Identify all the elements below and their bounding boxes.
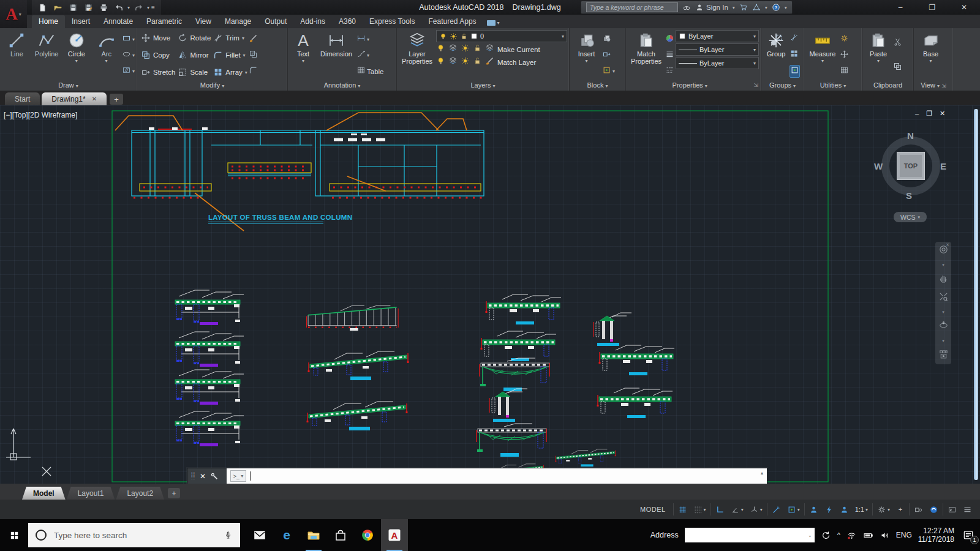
open-icon[interactable] (51, 1, 64, 13)
battery-icon[interactable] (863, 530, 873, 541)
make-current-button[interactable]: Make Current (497, 46, 540, 53)
text-button[interactable]: AText▾ (290, 30, 316, 81)
copy-clip-icon[interactable] (893, 62, 902, 73)
command-line-handle[interactable]: ⁞⁞⁞⁞ ✕ (187, 468, 227, 484)
rotate-button[interactable]: Rotate (176, 30, 212, 46)
match-layer-button[interactable]: Match Layer (497, 59, 536, 66)
undo-icon[interactable] (112, 1, 126, 13)
tab-featured-apps[interactable]: Featured Apps (422, 15, 483, 28)
block-attributes-icon[interactable] (602, 66, 611, 77)
tab-insert[interactable]: Insert (65, 15, 97, 28)
paste-button[interactable]: Paste▾ (865, 30, 892, 81)
mirror-button[interactable]: Mirror (176, 47, 212, 63)
search-icon[interactable] (682, 3, 691, 12)
tab-close-icon[interactable]: ✕ (92, 96, 97, 102)
object-snap-icon[interactable]: ▾ (784, 501, 803, 517)
workspace-switching-icon[interactable]: ▾ (874, 501, 893, 517)
grid-display-icon[interactable] (675, 501, 690, 517)
autocad-app-icon[interactable] (381, 519, 408, 551)
tab-output[interactable]: Output (258, 15, 293, 28)
new-drawing-icon[interactable] (36, 1, 49, 13)
drag-grip-icon[interactable]: ⁞⁞⁞⁞ (191, 473, 195, 479)
navigation-bar[interactable]: ✕ ▾ ▾ ▾ (935, 242, 951, 364)
polyline-button[interactable]: Polyline (32, 30, 61, 81)
microphone-icon[interactable] (224, 529, 233, 541)
annotation-scale-value[interactable]: 1:1▾ (852, 501, 871, 517)
orbit-dropdown-icon[interactable]: ▾ (942, 339, 944, 343)
set-bylayer-icon[interactable] (249, 34, 258, 45)
panel-title-modify[interactable]: Modify ▾ (137, 81, 287, 91)
layer-properties-button[interactable]: Layer Properties (399, 30, 435, 81)
sign-in-button[interactable]: Sign In (695, 3, 728, 12)
viewport-restore-icon[interactable]: ❐ (926, 110, 932, 118)
quick-calc-icon[interactable] (840, 66, 849, 77)
command-line[interactable]: ⁞⁞⁞⁞ ✕ >_▾ ▴ (187, 468, 767, 484)
redo-dropdown-icon[interactable]: ▾ (147, 5, 149, 10)
store-app-icon[interactable] (327, 519, 354, 551)
rectangle-tool-icon[interactable] (122, 34, 131, 45)
scale-button[interactable]: Scale (176, 64, 212, 80)
viewport-close-icon[interactable]: ✕ (940, 110, 945, 118)
ortho-mode-icon[interactable] (712, 501, 728, 517)
ellipse-tool-icon[interactable] (122, 50, 131, 61)
group-button[interactable]: Group (764, 30, 788, 81)
dimension-button[interactable]: Dimension (317, 30, 355, 81)
annotation-visibility-icon[interactable] (806, 501, 821, 517)
panel-title-properties[interactable]: Properties ▾ ⇲ (626, 81, 761, 91)
arc-button[interactable]: Arc▾ (92, 30, 121, 81)
clean-screen-icon[interactable] (944, 501, 960, 517)
viewcube-east[interactable]: E (940, 161, 946, 171)
help-dropdown-icon[interactable]: ▾ (785, 5, 787, 10)
copy-button[interactable]: Copy (140, 47, 176, 63)
ungroup-icon[interactable] (790, 33, 799, 45)
address-input[interactable]: ⌄ (685, 528, 815, 542)
viewcube-north[interactable]: N (907, 130, 914, 141)
autoscale-icon[interactable] (821, 501, 837, 517)
line-button[interactable]: Line (2, 30, 31, 81)
tab-layout1[interactable]: Layout1 (67, 487, 115, 500)
tab-annotate[interactable]: Annotate (97, 15, 140, 28)
edit-block-icon[interactable] (602, 50, 611, 61)
a360-dropdown-icon[interactable]: ▾ (765, 5, 767, 10)
tab-view[interactable]: View (189, 15, 218, 28)
annotation-monitor-icon[interactable]: + (893, 501, 908, 517)
network-icon[interactable] (846, 530, 857, 541)
linetype-dropdown[interactable]: ByLayer▾ (676, 57, 759, 69)
zoom-extents-icon[interactable] (938, 291, 949, 304)
hardware-acceleration-icon[interactable] (926, 501, 941, 517)
tab-home[interactable]: Home (32, 15, 65, 28)
taskbar-search-input[interactable] (53, 530, 217, 541)
tab-parametric[interactable]: Parametric (140, 15, 189, 28)
customization-menu-icon[interactable] (960, 501, 975, 517)
panel-title-groups[interactable]: Groups ▾ (761, 81, 804, 91)
vertical-scrollbar[interactable] (974, 109, 978, 480)
viewport-controls-label[interactable]: [−][Top][2D Wireframe] (4, 111, 77, 119)
save-icon[interactable] (66, 1, 80, 13)
array-button[interactable]: Array▾ (212, 64, 249, 80)
application-menu-button[interactable]: A ▾ (0, 0, 27, 28)
new-layout-button[interactable]: + (168, 488, 180, 498)
osnap-tracking-icon[interactable] (769, 501, 784, 517)
layer-isolate-icon[interactable] (448, 43, 458, 55)
measure-button[interactable]: Measure▾ (807, 30, 839, 81)
command-input[interactable]: >_▾ ▴ (227, 468, 767, 484)
panel-title-clipboard[interactable]: Clipboard (862, 81, 913, 91)
wcs-dropdown[interactable]: WCS▾ (894, 212, 927, 222)
make-current-icon[interactable] (485, 43, 494, 55)
explode-icon[interactable] (249, 50, 258, 61)
polar-tracking-icon[interactable]: ▾ (728, 501, 747, 517)
join-icon[interactable] (249, 66, 258, 77)
group-selection-toggle-icon[interactable] (790, 66, 799, 77)
panel-title-block[interactable]: Block ▾ (570, 81, 625, 91)
chrome-app-icon[interactable] (354, 519, 381, 551)
layer-select-dropdown[interactable]: 0 ▾ (436, 30, 567, 42)
a360-icon[interactable] (752, 3, 761, 12)
undo-dropdown-icon[interactable]: ▾ (127, 5, 130, 10)
viewcube-top-face[interactable]: TOP (897, 152, 925, 180)
viewport-minimize-icon[interactable]: – (915, 110, 919, 118)
command-prompt-icon[interactable]: >_▾ (230, 470, 246, 482)
annotation-scale-icon[interactable] (837, 501, 852, 517)
layer-lock-icon[interactable] (473, 43, 482, 55)
file-tab-drawing1[interactable]: Drawing1* ✕ (42, 92, 107, 105)
navbar-close-icon[interactable]: ✕ (946, 242, 949, 247)
